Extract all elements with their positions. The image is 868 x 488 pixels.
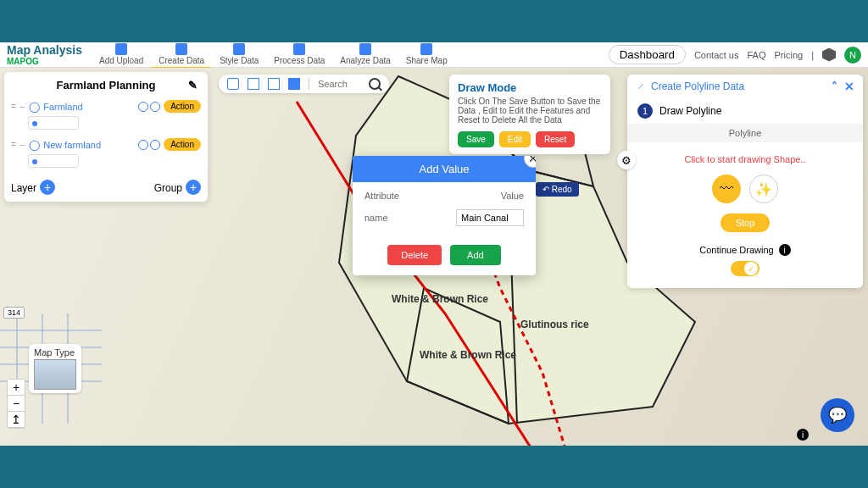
pencil-icon[interactable]: ✎	[188, 79, 198, 92]
attribution-icon[interactable]: i	[797, 429, 809, 441]
draw-mode-text: Click On The Save Button to Save the Dat…	[458, 97, 602, 125]
layer-action-chip[interactable]: Action	[164, 138, 201, 151]
search-icon[interactable]	[369, 78, 381, 90]
value-input[interactable]	[456, 209, 524, 226]
faq-link[interactable]: FAQ	[748, 50, 766, 60]
parcel-label-3: Glutinous rice	[520, 319, 589, 330]
zoom-to-icon[interactable]	[138, 102, 148, 112]
add-group-label: Group+	[154, 180, 201, 195]
draw-mode-panel: Draw Mode Click On The Save Button to Sa…	[449, 75, 610, 154]
circle-icon: ◯	[29, 139, 40, 151]
collapse-icon[interactable]: ˄	[832, 80, 837, 93]
create-polyline-panel: ⟋ Create Polyline Data ˄ ✕ 1 Draw Polyli…	[627, 75, 863, 288]
col-attribute-label: Attribute	[364, 191, 399, 201]
fullscreen-icon[interactable]	[227, 78, 239, 90]
panel-title: Farmland Planning ✎	[11, 79, 201, 92]
north-arrow-icon[interactable]: ↥	[8, 412, 25, 428]
layer-link[interactable]: New farmland	[43, 140, 135, 150]
add-layer-button[interactable]: +	[40, 180, 55, 195]
visibility-icon[interactable]	[150, 102, 160, 112]
app-frame: Map Analysis MAPOG Add Upload Create Dat…	[0, 42, 868, 446]
step-badge: 1	[637, 103, 653, 119]
layer-link[interactable]: Farmland	[43, 102, 135, 112]
magic-tool-button[interactable]: ✨	[749, 175, 778, 203]
analyze-icon	[359, 43, 371, 55]
stop-drawing-button[interactable]: Stop	[721, 214, 771, 232]
zoom-out-button[interactable]: −	[8, 396, 25, 412]
drag-handle-icon[interactable]: = –	[11, 140, 25, 149]
add-value-modal: Add Value ✕ Attribute Value name Delete …	[353, 156, 536, 275]
logo: Map Analysis MAPOG	[7, 43, 86, 66]
visibility-icon[interactable]	[150, 140, 160, 150]
modal-header: Add Value ✕	[353, 156, 536, 182]
modal-delete-button[interactable]: Delete	[387, 245, 442, 265]
dashboard-button[interactable]: Dashboard	[609, 45, 686, 64]
menu-style-data[interactable]: Style Data	[213, 42, 265, 69]
top-menu-bar: Map Analysis MAPOG Add Upload Create Dat…	[0, 42, 868, 68]
continue-drawing-toggle[interactable]	[731, 261, 760, 276]
measure-icon[interactable]	[268, 78, 280, 90]
pin-icon	[175, 43, 187, 55]
step-label: Draw Polyline	[659, 105, 721, 117]
map-type-selector[interactable]: Map Type	[29, 344, 81, 393]
main-menu: Add Upload Create Data Style Data Proces…	[92, 42, 454, 69]
col-value-label: Value	[501, 191, 524, 201]
polyline-tool-button[interactable]: 〰	[712, 175, 741, 203]
draw-hint: Click to start drawing Shape..	[639, 154, 851, 164]
zoom-controls: + − ↥	[7, 379, 25, 429]
share-icon	[420, 43, 432, 55]
print-icon[interactable]	[248, 78, 259, 90]
redo-button[interactable]: ↶ Redo	[536, 182, 579, 197]
contact-link[interactable]: Contact us	[694, 50, 739, 60]
road-badge: 314	[3, 307, 25, 319]
polyline-icon: ⟋	[636, 80, 646, 92]
close-icon[interactable]: ✕	[844, 80, 854, 93]
draw-save-button[interactable]: Save	[458, 131, 494, 147]
zoom-in-button[interactable]: +	[8, 380, 25, 396]
modal-add-button[interactable]: Add	[450, 245, 501, 265]
attribute-name: name	[364, 213, 388, 223]
map-toolbar	[219, 75, 389, 93]
pricing-link[interactable]: Pricing	[775, 50, 804, 60]
map-canvas[interactable]: White & Brown Rice White & Brown Rice Gl…	[0, 68, 868, 446]
menu-create-data[interactable]: Create Data	[152, 42, 211, 69]
upload-icon	[115, 43, 127, 55]
layers-panel: Farmland Planning ✎ = – ◯ Farmland Actio…	[4, 72, 208, 202]
polyline-title: Create Polyline Data	[651, 80, 744, 92]
style-swatch[interactable]	[28, 116, 79, 130]
menu-add-upload[interactable]: Add Upload	[92, 42, 150, 69]
modal-close-button[interactable]: ✕	[524, 156, 536, 168]
basemap-thumbnail	[34, 359, 76, 390]
style-icon	[233, 43, 245, 55]
menu-share-map[interactable]: Share Map	[399, 42, 454, 69]
settings-icon[interactable]: ⚙	[617, 151, 636, 169]
continue-drawing-label: Continue Drawing	[699, 245, 773, 255]
draw-edit-button[interactable]: Edit	[499, 131, 531, 147]
layer-action-chip[interactable]: Action	[164, 100, 201, 113]
style-swatch[interactable]	[28, 154, 79, 168]
chat-fab[interactable]: 💬	[821, 398, 854, 432]
parcel-label-1: White & Brown Rice	[392, 293, 488, 305]
process-icon	[293, 43, 305, 55]
layer-row: = – ◯ New farmland Action	[11, 138, 201, 151]
add-layer-label: Layer+	[11, 180, 55, 195]
apps-icon[interactable]	[822, 48, 836, 62]
draw-reset-button[interactable]: Reset	[536, 131, 575, 147]
add-group-button[interactable]: +	[186, 180, 201, 195]
zoom-to-icon[interactable]	[138, 140, 148, 150]
menu-process-data[interactable]: Process Data	[267, 42, 331, 69]
parcel-label-2: White & Brown Rice	[420, 349, 516, 361]
circle-icon: ◯	[29, 101, 40, 113]
drag-handle-icon[interactable]: = –	[11, 102, 25, 111]
comment-icon[interactable]	[288, 78, 300, 90]
info-icon[interactable]: i	[779, 244, 791, 256]
map-search-input[interactable]	[318, 79, 360, 89]
layer-row: = – ◯ Farmland Action	[11, 100, 201, 113]
polyline-subheading: Polyline	[627, 124, 863, 142]
user-avatar[interactable]: N	[844, 47, 861, 64]
draw-mode-title: Draw Mode	[458, 81, 602, 94]
menu-analyze-data[interactable]: Analyze Data	[333, 42, 397, 69]
